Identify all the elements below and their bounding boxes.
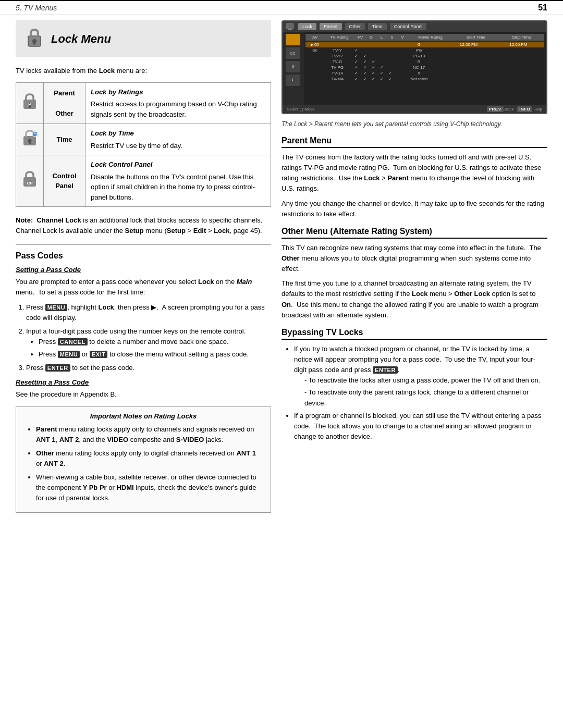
list-item: Press MENU, highlight Lock, then press ▶…: [26, 302, 271, 323]
table-row: CP ControlPanel Lock Control Panel Disab…: [16, 155, 271, 207]
tv-icon-lock: [286, 34, 300, 45]
lock-control-panel-title: Lock Control Panel: [91, 159, 265, 170]
tv-content-area: CC ⚙ ℹ AV TV Rating FV D L S: [283, 32, 546, 105]
lock-menu-intro: TV locks available from the Lock menu ar…: [16, 66, 271, 76]
lock-menu-title: Lock Menu: [51, 32, 111, 46]
tv-column-headers: AV TV Rating FV D L S V Movie Rating Sta…: [305, 34, 544, 41]
main-content: Lock Menu TV locks available from the Lo…: [0, 15, 563, 520]
tv-icon-setup: ⚙: [286, 61, 300, 72]
tv-icon-captions: CC: [286, 47, 300, 59]
lock-by-time-text: Restrict TV use by time of day.: [91, 141, 265, 151]
parent-menu-section: Parent Menu The TV comes from the factor…: [282, 136, 547, 219]
control-panel-label: ControlPanel: [44, 155, 85, 207]
other-menu-section: Other Menu (Alternate Rating System) Thi…: [282, 227, 547, 320]
tv-top-bar: Lock Parent Other Time Control Panel: [283, 21, 546, 32]
list-item: Press ENTER to set the pass code.: [26, 363, 271, 373]
control-panel-lock-icon-cell: CP: [16, 155, 44, 207]
tv-row-off: ▶ Off G 12:00 PM 12:00 PM: [305, 42, 544, 47]
tv-col-starttime: Start Time: [455, 35, 496, 40]
resetting-pass-code-subtitle: Resetting a Pass Code: [16, 378, 271, 386]
table-row: Time Lock by Time Restrict TV use by tim…: [16, 124, 271, 155]
other-menu-p1: This TV can recognize new rating systems…: [282, 243, 547, 274]
tv-col-v: V: [399, 35, 406, 40]
other-menu-p2: The first time you tune to a channel bro…: [282, 278, 547, 320]
sub-bullets: Press CANCEL to delete a number and move…: [39, 337, 271, 360]
list-item: Input a four-digit pass code using the n…: [26, 326, 271, 360]
time-lock-icon-cell: [16, 124, 44, 155]
tv-main-area: AV TV Rating FV D L S V Movie Rating Sta…: [303, 32, 546, 105]
bypassing-tv-locks-title: Bypassing TV Locks: [282, 328, 547, 340]
parent-menu-title: Parent Menu: [282, 136, 547, 148]
tv-footer-nav: PREV Back INFO Help: [487, 107, 542, 112]
tv-tab-other: Other: [345, 23, 365, 30]
tv-col-d: D: [368, 35, 374, 40]
lock-control-panel-desc: Lock Control Panel Disable the buttons o…: [85, 155, 271, 207]
lock-menu-header: Lock Menu: [16, 20, 271, 57]
lock-types-table: P ParentOther Lock by Ratings Restrict a…: [16, 82, 271, 207]
tv-footer-select: Select ( ) Move: [287, 107, 315, 112]
setting-pass-code-intro: You are prompted to enter a pass code wh…: [16, 277, 271, 298]
lock-control-panel-text: Disable the buttons on the TV's control …: [91, 172, 265, 203]
parent-menu-p2: Any time you change the channel or devic…: [282, 199, 547, 219]
note-box: Note: Channel Lock is an additional lock…: [16, 215, 271, 236]
svg-text:CP: CP: [27, 181, 33, 186]
lock-by-ratings-title: Lock by Ratings: [91, 87, 265, 97]
tv-row-tvy7: TV-Y7 ✓ ✓ PG-13: [305, 53, 544, 59]
important-notes-title: Important Notes on Rating Locks: [23, 412, 263, 420]
lock-by-ratings-desc: Lock by Ratings Restrict access to progr…: [85, 82, 271, 124]
list-item: Parent menu rating locks apply only to c…: [36, 424, 263, 445]
setting-pass-code-subtitle: Setting a Pass Code: [16, 266, 271, 274]
svg-rect-10: [29, 142, 31, 144]
important-notes-bullets: Parent menu rating locks apply only to c…: [36, 424, 263, 504]
tv-icon-info: ℹ: [286, 75, 300, 86]
tv-screenshot: Lock Parent Other Time Control Panel: [282, 20, 547, 114]
tv-col-av: AV: [308, 35, 322, 40]
bypassing-bullets: If you try to watch a blocked program or…: [294, 344, 547, 442]
important-notes-box: Important Notes on Rating Locks Parent m…: [16, 406, 271, 513]
tv-col-s: S: [389, 35, 395, 40]
other-menu-title: Other Menu (Alternate Rating System): [282, 227, 547, 239]
list-item: To reactivate the locks after using a pa…: [304, 375, 547, 386]
note-label: Note:: [16, 216, 33, 224]
right-column: Lock Parent Other Time Control Panel: [282, 15, 547, 520]
bypassing-tv-locks-section: Bypassing TV Locks If you try to watch a…: [282, 328, 547, 442]
tv-left-icons: CC ⚙ ℹ: [283, 32, 303, 105]
tv-row-tvma: TV-MA ✓ ✓ ✓ ✓ ✓ Not rated: [305, 76, 544, 82]
svg-text:P: P: [28, 102, 31, 107]
tv-bottom-bar: Select ( ) Move PREV Back INFO Help: [283, 105, 546, 113]
bypassing-sub-bullets: To reactivate the locks after using a pa…: [304, 375, 547, 408]
tv-row-on: On TV-Y ✓ PG: [305, 47, 544, 53]
chapter-title: 5. TV Menus: [16, 4, 57, 12]
lock-by-time-title: Lock by Time: [91, 128, 265, 139]
list-item: Other menu rating locks apply only to di…: [36, 448, 263, 469]
parent-label: ParentOther: [44, 82, 85, 124]
list-item: When viewing a cable box, satellite rece…: [36, 472, 263, 503]
lock-icon-large: [24, 27, 45, 51]
tv-screenshot-caption: The Lock > Parent menu lets you set pare…: [282, 119, 547, 129]
lock-by-time-desc: Lock by Time Restrict TV use by time of …: [85, 124, 271, 155]
table-row: P ParentOther Lock by Ratings Restrict a…: [16, 82, 271, 124]
parent-lock-icon-cell: P: [16, 82, 44, 124]
tv-tab-parent: Parent: [320, 23, 342, 30]
svg-rect-16: [286, 23, 293, 29]
tv-tab-lock: Lock: [298, 23, 316, 30]
tv-col-tvrating: TV Rating: [326, 35, 352, 40]
list-item: If you try to watch a blocked program or…: [294, 344, 547, 409]
pass-codes-section: Pass Codes Setting a Pass Code You are p…: [16, 251, 271, 512]
list-item: Press CANCEL to delete a number and move…: [39, 337, 271, 347]
time-label: Time: [44, 124, 85, 155]
svg-rect-3: [33, 42, 35, 45]
divider: [16, 244, 271, 245]
tv-row-tv14: TV-14 ✓ ✓ ✓ ✓ ✓ X: [305, 70, 544, 76]
tv-tab-controlpanel: Control Panel: [390, 23, 427, 30]
left-column: Lock Menu TV locks available from the Lo…: [16, 15, 271, 520]
tv-row-tvpg: TV-PG ✓ ✓ ✓ ✓ NC-17: [305, 65, 544, 70]
tv-row-tvg: TV-G ✓ ✓ ✓ R: [305, 59, 544, 65]
page-number: 51: [538, 3, 547, 13]
list-item: To reactivate only the parent ratings lo…: [304, 387, 547, 408]
tv-col-movierating: Movie Rating: [410, 35, 451, 40]
tv-col-l: L: [378, 35, 385, 40]
tv-tab-time: Time: [368, 23, 387, 30]
parent-menu-p1: The TV comes from the factory with the r…: [282, 152, 547, 194]
pass-code-steps: Press MENU, highlight Lock, then press ▶…: [26, 302, 271, 374]
